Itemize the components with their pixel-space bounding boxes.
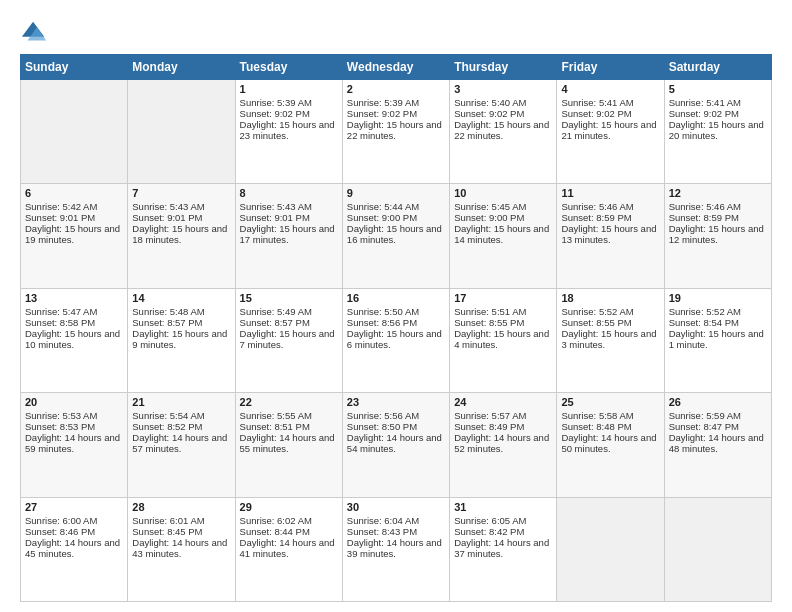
daylight-text: Daylight: 15 hours and 23 minutes.: [240, 119, 335, 141]
weekday-header-cell: Tuesday: [235, 55, 342, 80]
sunset-text: Sunset: 8:55 PM: [454, 317, 524, 328]
calendar-cell: [664, 497, 771, 601]
sunset-text: Sunset: 8:42 PM: [454, 526, 524, 537]
sunrise-text: Sunrise: 5:43 AM: [132, 201, 204, 212]
calendar-body: 1Sunrise: 5:39 AMSunset: 9:02 PMDaylight…: [21, 80, 772, 602]
sunrise-text: Sunrise: 5:48 AM: [132, 306, 204, 317]
calendar-cell: [21, 80, 128, 184]
day-number: 23: [347, 396, 445, 408]
daylight-text: Daylight: 15 hours and 4 minutes.: [454, 328, 549, 350]
sunset-text: Sunset: 8:45 PM: [132, 526, 202, 537]
calendar-cell: 1Sunrise: 5:39 AMSunset: 9:02 PMDaylight…: [235, 80, 342, 184]
calendar-cell: 28Sunrise: 6:01 AMSunset: 8:45 PMDayligh…: [128, 497, 235, 601]
sunset-text: Sunset: 9:02 PM: [561, 108, 631, 119]
sunrise-text: Sunrise: 5:49 AM: [240, 306, 312, 317]
sunrise-text: Sunrise: 5:54 AM: [132, 410, 204, 421]
daylight-text: Daylight: 14 hours and 48 minutes.: [669, 432, 764, 454]
day-number: 25: [561, 396, 659, 408]
day-number: 15: [240, 292, 338, 304]
daylight-text: Daylight: 15 hours and 16 minutes.: [347, 223, 442, 245]
day-number: 8: [240, 187, 338, 199]
sunset-text: Sunset: 8:59 PM: [561, 212, 631, 223]
sunset-text: Sunset: 8:54 PM: [669, 317, 739, 328]
day-number: 16: [347, 292, 445, 304]
day-number: 24: [454, 396, 552, 408]
sunrise-text: Sunrise: 5:52 AM: [561, 306, 633, 317]
calendar-cell: 24Sunrise: 5:57 AMSunset: 8:49 PMDayligh…: [450, 393, 557, 497]
day-number: 4: [561, 83, 659, 95]
logo-icon: [20, 18, 48, 46]
sunrise-text: Sunrise: 5:41 AM: [561, 97, 633, 108]
sunrise-text: Sunrise: 5:55 AM: [240, 410, 312, 421]
sunset-text: Sunset: 8:57 PM: [132, 317, 202, 328]
daylight-text: Daylight: 15 hours and 19 minutes.: [25, 223, 120, 245]
day-number: 20: [25, 396, 123, 408]
calendar-cell: 31Sunrise: 6:05 AMSunset: 8:42 PMDayligh…: [450, 497, 557, 601]
daylight-text: Daylight: 15 hours and 21 minutes.: [561, 119, 656, 141]
sunset-text: Sunset: 9:02 PM: [240, 108, 310, 119]
daylight-text: Daylight: 14 hours and 45 minutes.: [25, 537, 120, 559]
daylight-text: Daylight: 15 hours and 14 minutes.: [454, 223, 549, 245]
daylight-text: Daylight: 15 hours and 13 minutes.: [561, 223, 656, 245]
weekday-header-cell: Sunday: [21, 55, 128, 80]
daylight-text: Daylight: 15 hours and 17 minutes.: [240, 223, 335, 245]
calendar-cell: 10Sunrise: 5:45 AMSunset: 9:00 PMDayligh…: [450, 184, 557, 288]
daylight-text: Daylight: 14 hours and 50 minutes.: [561, 432, 656, 454]
sunset-text: Sunset: 8:48 PM: [561, 421, 631, 432]
sunset-text: Sunset: 8:57 PM: [240, 317, 310, 328]
sunset-text: Sunset: 9:01 PM: [132, 212, 202, 223]
weekday-header-cell: Saturday: [664, 55, 771, 80]
day-number: 28: [132, 501, 230, 513]
day-number: 22: [240, 396, 338, 408]
day-number: 14: [132, 292, 230, 304]
day-number: 5: [669, 83, 767, 95]
day-number: 30: [347, 501, 445, 513]
daylight-text: Daylight: 15 hours and 12 minutes.: [669, 223, 764, 245]
day-number: 1: [240, 83, 338, 95]
calendar-cell: 8Sunrise: 5:43 AMSunset: 9:01 PMDaylight…: [235, 184, 342, 288]
sunrise-text: Sunrise: 5:39 AM: [240, 97, 312, 108]
weekday-header-cell: Wednesday: [342, 55, 449, 80]
day-number: 17: [454, 292, 552, 304]
daylight-text: Daylight: 15 hours and 3 minutes.: [561, 328, 656, 350]
day-number: 9: [347, 187, 445, 199]
calendar-cell: 30Sunrise: 6:04 AMSunset: 8:43 PMDayligh…: [342, 497, 449, 601]
calendar-cell: 21Sunrise: 5:54 AMSunset: 8:52 PMDayligh…: [128, 393, 235, 497]
sunset-text: Sunset: 8:43 PM: [347, 526, 417, 537]
calendar-cell: 25Sunrise: 5:58 AMSunset: 8:48 PMDayligh…: [557, 393, 664, 497]
daylight-text: Daylight: 15 hours and 7 minutes.: [240, 328, 335, 350]
calendar-cell: 20Sunrise: 5:53 AMSunset: 8:53 PMDayligh…: [21, 393, 128, 497]
daylight-text: Daylight: 15 hours and 1 minute.: [669, 328, 764, 350]
day-number: 27: [25, 501, 123, 513]
day-number: 29: [240, 501, 338, 513]
sunrise-text: Sunrise: 5:57 AM: [454, 410, 526, 421]
calendar-cell: 22Sunrise: 5:55 AMSunset: 8:51 PMDayligh…: [235, 393, 342, 497]
calendar-week-row: 6Sunrise: 5:42 AMSunset: 9:01 PMDaylight…: [21, 184, 772, 288]
sunrise-text: Sunrise: 5:39 AM: [347, 97, 419, 108]
sunrise-text: Sunrise: 5:58 AM: [561, 410, 633, 421]
day-number: 7: [132, 187, 230, 199]
day-number: 2: [347, 83, 445, 95]
sunrise-text: Sunrise: 5:42 AM: [25, 201, 97, 212]
sunset-text: Sunset: 9:01 PM: [240, 212, 310, 223]
calendar-cell: 19Sunrise: 5:52 AMSunset: 8:54 PMDayligh…: [664, 288, 771, 392]
calendar-table: SundayMondayTuesdayWednesdayThursdayFrid…: [20, 54, 772, 602]
calendar-week-row: 13Sunrise: 5:47 AMSunset: 8:58 PMDayligh…: [21, 288, 772, 392]
sunset-text: Sunset: 9:00 PM: [454, 212, 524, 223]
header: [20, 18, 772, 46]
sunrise-text: Sunrise: 5:47 AM: [25, 306, 97, 317]
calendar-cell: 2Sunrise: 5:39 AMSunset: 9:02 PMDaylight…: [342, 80, 449, 184]
calendar-cell: 3Sunrise: 5:40 AMSunset: 9:02 PMDaylight…: [450, 80, 557, 184]
day-number: 6: [25, 187, 123, 199]
sunrise-text: Sunrise: 5:56 AM: [347, 410, 419, 421]
sunset-text: Sunset: 8:46 PM: [25, 526, 95, 537]
calendar-cell: 14Sunrise: 5:48 AMSunset: 8:57 PMDayligh…: [128, 288, 235, 392]
daylight-text: Daylight: 15 hours and 22 minutes.: [454, 119, 549, 141]
sunset-text: Sunset: 8:51 PM: [240, 421, 310, 432]
sunrise-text: Sunrise: 5:51 AM: [454, 306, 526, 317]
sunset-text: Sunset: 9:02 PM: [454, 108, 524, 119]
daylight-text: Daylight: 15 hours and 10 minutes.: [25, 328, 120, 350]
sunset-text: Sunset: 8:53 PM: [25, 421, 95, 432]
sunset-text: Sunset: 9:02 PM: [669, 108, 739, 119]
calendar-cell: 23Sunrise: 5:56 AMSunset: 8:50 PMDayligh…: [342, 393, 449, 497]
